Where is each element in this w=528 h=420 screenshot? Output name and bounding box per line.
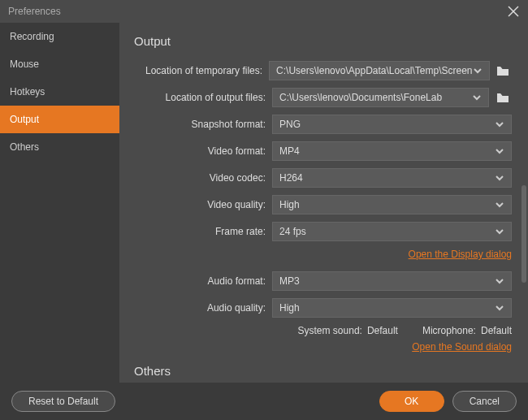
sidebar-item-hotkeys[interactable]: Hotkeys bbox=[0, 78, 119, 106]
sidebar-item-label: Output bbox=[10, 114, 39, 125]
audio-quality-select[interactable]: High bbox=[272, 298, 512, 318]
sidebar-item-others[interactable]: Others bbox=[0, 133, 119, 161]
titlebar: Preferences bbox=[0, 0, 528, 23]
chevron-down-icon bbox=[495, 275, 504, 287]
audio-format-select[interactable]: MP3 bbox=[272, 271, 512, 291]
chevron-down-icon bbox=[472, 92, 482, 103]
sidebar-item-label: Recording bbox=[10, 31, 54, 42]
chevron-down-icon bbox=[495, 226, 504, 237]
microphone-value: Default bbox=[481, 325, 512, 336]
select-value: MP3 bbox=[279, 275, 300, 287]
video-format-label: Video format bbox=[134, 145, 272, 157]
select-value: MP4 bbox=[279, 145, 300, 157]
sidebar-item-output[interactable]: Output bbox=[0, 106, 119, 133]
video-codec-label: Video codec bbox=[134, 172, 272, 184]
system-sound-value: Default bbox=[367, 325, 398, 336]
system-sound-label: System sound: bbox=[298, 325, 362, 336]
select-value: C:\Users\lenovo\Documents\FoneLab bbox=[279, 92, 442, 103]
chevron-down-icon bbox=[495, 119, 504, 130]
frame-rate-label: Frame rate bbox=[134, 226, 272, 237]
reset-button[interactable]: Reset to Default bbox=[11, 391, 115, 412]
chevron-down-icon bbox=[473, 65, 483, 76]
sidebar-item-label: Mouse bbox=[10, 58, 39, 70]
select-value: 24 fps bbox=[279, 226, 306, 237]
temp-files-select[interactable]: C:\Users\lenovo\AppData\Local\Temp\Scree… bbox=[269, 61, 489, 80]
cancel-button[interactable]: Cancel bbox=[452, 391, 517, 412]
video-format-select[interactable]: MP4 bbox=[272, 141, 512, 161]
chevron-down-icon bbox=[495, 172, 504, 184]
audio-quality-label: Audio quality bbox=[134, 302, 272, 314]
snapshot-format-select[interactable]: PNG bbox=[272, 115, 512, 134]
select-value: High bbox=[279, 302, 300, 314]
window-title: Preferences bbox=[8, 6, 61, 17]
sidebar-item-recording[interactable]: Recording bbox=[0, 23, 119, 50]
scrollbar[interactable] bbox=[522, 185, 526, 283]
select-value: PNG bbox=[279, 119, 301, 130]
sidebar: Recording Mouse Hotkeys Output Others bbox=[0, 23, 119, 383]
section-title-others: Others bbox=[134, 364, 512, 378]
frame-rate-select[interactable]: 24 fps bbox=[272, 222, 512, 241]
close-icon[interactable] bbox=[507, 5, 520, 18]
select-value: H264 bbox=[279, 172, 303, 184]
chevron-down-icon bbox=[495, 145, 504, 157]
footer: Reset to Default OK Cancel bbox=[0, 383, 528, 420]
browse-temp-button[interactable] bbox=[495, 62, 512, 80]
ok-button[interactable]: OK bbox=[379, 391, 444, 412]
sidebar-item-mouse[interactable]: Mouse bbox=[0, 50, 119, 78]
sound-dialog-link[interactable]: Open the Sound dialog bbox=[412, 341, 512, 353]
content-panel: Output Location of temporary files C:\Us… bbox=[119, 23, 528, 383]
temp-files-label: Location of temporary files bbox=[134, 65, 269, 76]
video-quality-label: Video quality bbox=[134, 199, 272, 210]
select-value: C:\Users\lenovo\AppData\Local\Temp\Scree… bbox=[276, 65, 472, 76]
sidebar-item-label: Hotkeys bbox=[10, 86, 45, 97]
browse-output-button[interactable] bbox=[494, 89, 512, 106]
display-dialog-link[interactable]: Open the Display dialog bbox=[409, 249, 512, 260]
microphone-label: Microphone: bbox=[422, 325, 476, 336]
sidebar-item-label: Others bbox=[10, 141, 39, 153]
output-files-select[interactable]: C:\Users\lenovo\Documents\FoneLab bbox=[272, 88, 489, 107]
audio-format-label: Audio format bbox=[134, 275, 272, 287]
chevron-down-icon bbox=[495, 199, 504, 210]
output-files-label: Location of output files bbox=[134, 92, 272, 103]
audio-device-info: System sound:Default Microphone:Default bbox=[134, 325, 512, 336]
video-codec-select[interactable]: H264 bbox=[272, 168, 512, 188]
video-quality-select[interactable]: High bbox=[272, 195, 512, 214]
snapshot-format-label: Snapshot format bbox=[134, 119, 272, 130]
chevron-down-icon bbox=[495, 302, 504, 314]
section-title-output: Output bbox=[134, 34, 512, 48]
select-value: High bbox=[279, 199, 300, 210]
